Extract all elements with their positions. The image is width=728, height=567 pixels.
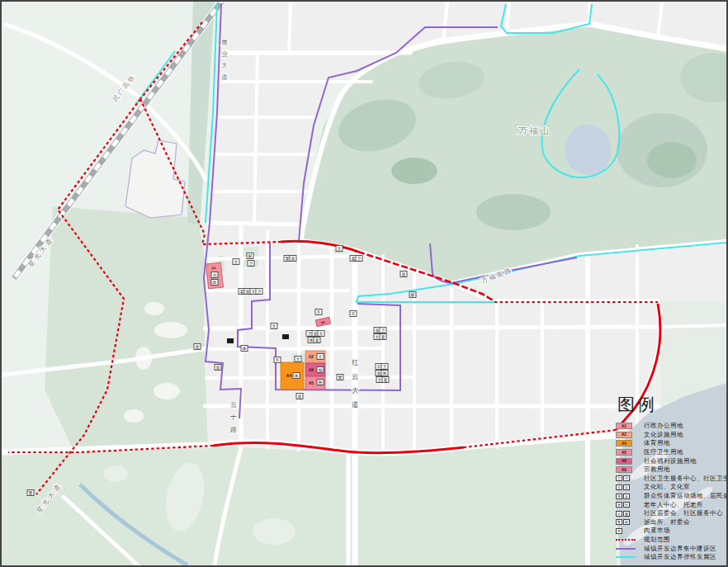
legend-facility-icon: 托 <box>623 502 630 508</box>
legend-facility-icon: 站 <box>623 475 630 481</box>
svg-text:卫: 卫 <box>258 289 262 294</box>
legend-item: A5医疗卫生用地 <box>616 448 728 457</box>
legend-item-label: 宗教用地 <box>644 465 670 474</box>
legend-title: 图例 <box>617 393 728 416</box>
facility-icon: 老 <box>314 338 320 343</box>
svg-text:办: 办 <box>213 272 217 277</box>
legend-facility-icon: 体 <box>616 494 622 499</box>
legend-item-label: 行政办公用地 <box>644 422 683 430</box>
svg-text:市: 市 <box>352 311 356 316</box>
svg-text:警: 警 <box>29 490 33 495</box>
svg-text:文: 文 <box>319 331 324 336</box>
svg-text:邮: 邮 <box>411 292 415 298</box>
legend-facility-icon: 服 <box>623 511 630 517</box>
legend-key: A5 <box>616 449 641 456</box>
legend-item-label: 肉菜市场 <box>644 527 670 535</box>
svg-text:老: 老 <box>352 256 356 261</box>
svg-text:老: 老 <box>315 338 319 343</box>
svg-text:居: 居 <box>196 344 200 349</box>
facility-icon: 邮 <box>247 253 253 259</box>
legend-item: A2文化设施用地 <box>616 431 728 440</box>
legend-facility-icon: 身 <box>623 494 630 499</box>
svg-text:警: 警 <box>338 375 343 380</box>
facility-icon: 文 <box>271 324 277 329</box>
legend-key: 文室 <box>616 484 641 490</box>
zone-A4: A4 <box>281 362 304 390</box>
legend-item: 市肉菜市场 <box>616 527 728 536</box>
facility-icon: 市 <box>315 309 322 315</box>
map-label: 云十路 <box>229 401 249 433</box>
legend-swatch-A6: A6 <box>616 458 632 465</box>
facility-icon: 卫 <box>381 364 388 370</box>
legend-facility-icon: 卫 <box>616 475 622 481</box>
svg-text:体: 体 <box>242 346 247 351</box>
legend-item-label: 城镇开发边界弹性发展区 <box>644 553 716 561</box>
facility-icon: 居 <box>194 344 201 350</box>
zone-code-label: A4 <box>286 373 292 378</box>
svg-text:居: 居 <box>298 394 302 399</box>
legend-key: A1 <box>616 423 641 429</box>
svg-text:卫: 卫 <box>249 261 253 266</box>
legend-facility-icon: 室 <box>623 484 630 490</box>
svg-text:市: 市 <box>377 364 381 369</box>
svg-text:居: 居 <box>246 289 250 294</box>
svg-text:居: 居 <box>377 371 381 376</box>
legend-item: A1行政办公用地 <box>616 422 728 431</box>
legend-item: 警村派出所、村委会 <box>616 518 728 527</box>
facility-icon: 邮 <box>409 292 416 298</box>
legend-key <box>616 539 641 541</box>
svg-text:居: 居 <box>291 256 295 261</box>
facility-icon: 医 <box>317 380 324 385</box>
svg-text:卫: 卫 <box>383 364 387 369</box>
legend-key: 老托 <box>616 502 641 508</box>
svg-text:老: 老 <box>381 334 385 339</box>
legend-item-label: 社会福利设施用地 <box>644 457 697 465</box>
legend-item-label: 老年人中心、托老所 <box>644 501 703 509</box>
legend-dotted-line <box>616 539 636 541</box>
legend-item: 老托老年人中心、托老所 <box>616 500 728 509</box>
legend-swatch-A9: A9 <box>616 466 632 473</box>
planning-map: A1A9A4A2A6A5 文邮卫老居文卫警居文老卫居邮市市文卫居文体老居卫文老市… <box>0 0 728 567</box>
svg-text:医: 医 <box>319 380 323 385</box>
legend-item: 居服社区居委会、社区服务中心 <box>616 509 728 518</box>
legend-swatch-A4: A4 <box>616 440 632 447</box>
facility-icon: 文 <box>336 246 343 252</box>
svg-text:文: 文 <box>338 246 342 251</box>
legend-item: A4体育用地 <box>616 439 728 448</box>
facility-icon: 市 <box>274 357 281 363</box>
svg-text:市: 市 <box>276 357 280 362</box>
legend-item-label: 文化站、文化室 <box>644 483 690 491</box>
legend-item-label: 城镇开发边界集中建设区 <box>644 545 716 553</box>
svg-text:文: 文 <box>272 324 277 328</box>
svg-text:政: 政 <box>213 280 217 285</box>
legend-key <box>616 548 641 550</box>
facility-icon: 福 <box>317 367 324 373</box>
zone-code-label: A5 <box>309 381 314 385</box>
svg-text:卫: 卫 <box>308 331 312 336</box>
svg-text:体: 体 <box>309 338 314 343</box>
legend-key: 体身 <box>616 494 641 499</box>
svg-text:卫: 卫 <box>357 256 362 261</box>
svg-text:文: 文 <box>252 289 256 294</box>
legend-facility-icon: 市 <box>616 528 622 534</box>
legend-key: A6 <box>616 458 641 465</box>
facility-icon: 居 <box>290 256 296 262</box>
legend-item: 体身群众性体育运动场地、居民健身场所 <box>616 492 728 501</box>
svg-text:文: 文 <box>376 334 380 339</box>
facility-icon: 办 <box>211 272 218 278</box>
legend-facility-icon: 文 <box>616 484 622 490</box>
legend-key: A4 <box>616 440 641 447</box>
zone-code-label: A6 <box>309 368 314 372</box>
legend-key: 市 <box>616 528 641 534</box>
svg-text:居: 居 <box>216 365 220 370</box>
svg-text:老: 老 <box>240 289 244 294</box>
facility-icon: 市 <box>350 311 357 317</box>
facility-icon: 居 <box>400 272 407 277</box>
legend-facility-icon: 警 <box>616 519 622 525</box>
legend-item-label: 规划范围 <box>644 536 670 544</box>
facility-icon: 卫 <box>380 328 386 333</box>
legend-item-label: 文化设施用地 <box>644 431 683 439</box>
facility-icon: 居 <box>215 365 221 371</box>
legend-item: A9宗教用地 <box>616 465 728 475</box>
legend-line <box>616 556 636 558</box>
